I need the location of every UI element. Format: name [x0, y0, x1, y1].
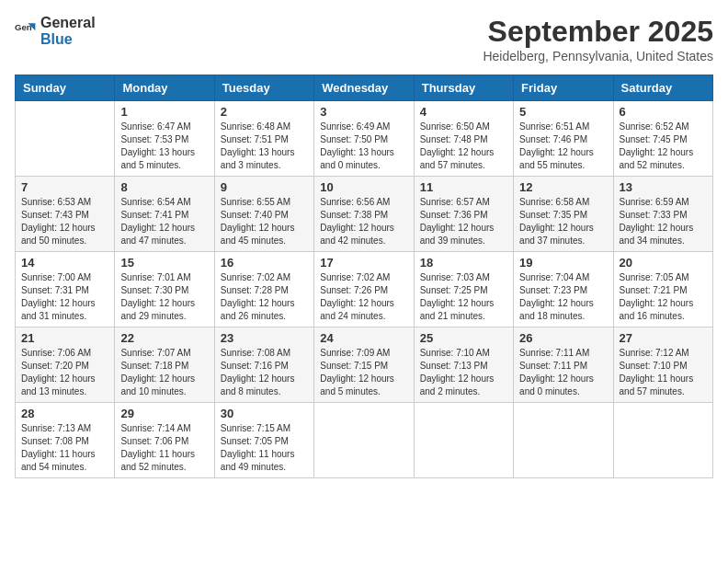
- calendar-cell: 25Sunrise: 7:10 AMSunset: 7:13 PMDayligh…: [414, 327, 513, 403]
- calendar-cell: 28Sunrise: 7:13 AMSunset: 7:08 PMDayligh…: [16, 403, 115, 478]
- day-number: 27: [620, 331, 707, 345]
- calendar-cell: [514, 403, 613, 478]
- calendar-cell: [16, 101, 115, 177]
- week-row-3: 14Sunrise: 7:00 AMSunset: 7:31 PMDayligh…: [16, 252, 713, 327]
- day-number: 16: [221, 256, 308, 270]
- header-row: SundayMondayTuesdayWednesdayThursdayFrid…: [16, 75, 713, 101]
- day-info: Sunrise: 6:59 AMSunset: 7:33 PMDaylight:…: [620, 196, 707, 247]
- calendar-cell: 8Sunrise: 6:54 AMSunset: 7:41 PMDaylight…: [115, 177, 214, 252]
- logo-icon: Gen: [15, 20, 37, 42]
- day-number: 7: [21, 180, 108, 194]
- day-number: 19: [519, 256, 607, 270]
- day-info: Sunrise: 7:13 AMSunset: 7:08 PMDaylight:…: [21, 422, 108, 474]
- day-info: Sunrise: 6:47 AMSunset: 7:53 PMDaylight:…: [120, 121, 208, 172]
- day-info: Sunrise: 7:09 AMSunset: 7:15 PMDaylight:…: [320, 347, 407, 398]
- day-number: 6: [620, 105, 707, 119]
- day-number: 25: [420, 331, 507, 345]
- calendar-cell: 17Sunrise: 7:02 AMSunset: 7:26 PMDayligh…: [314, 252, 414, 327]
- day-info: Sunrise: 7:12 AMSunset: 7:10 PMDaylight:…: [620, 347, 707, 398]
- day-number: 14: [21, 256, 108, 270]
- day-info: Sunrise: 7:01 AMSunset: 7:30 PMDaylight:…: [120, 271, 208, 323]
- header-friday: Friday: [514, 75, 613, 101]
- day-number: 2: [221, 105, 308, 119]
- day-info: Sunrise: 7:05 AMSunset: 7:21 PMDaylight:…: [620, 271, 707, 323]
- week-row-5: 28Sunrise: 7:13 AMSunset: 7:08 PMDayligh…: [16, 403, 713, 478]
- header-sunday: Sunday: [16, 75, 115, 101]
- day-info: Sunrise: 7:03 AMSunset: 7:25 PMDaylight:…: [420, 271, 507, 323]
- month-title: September 2025: [483, 15, 713, 49]
- calendar-cell: 4Sunrise: 6:50 AMSunset: 7:48 PMDaylight…: [414, 101, 513, 177]
- calendar-cell: 14Sunrise: 7:00 AMSunset: 7:31 PMDayligh…: [16, 252, 115, 327]
- day-info: Sunrise: 7:10 AMSunset: 7:13 PMDaylight:…: [420, 347, 507, 398]
- day-number: 3: [320, 105, 407, 119]
- day-info: Sunrise: 7:06 AMSunset: 7:20 PMDaylight:…: [21, 347, 108, 398]
- day-number: 8: [120, 180, 208, 194]
- day-number: 5: [519, 105, 607, 119]
- calendar-cell: 7Sunrise: 6:53 AMSunset: 7:43 PMDaylight…: [16, 177, 115, 252]
- day-number: 9: [221, 180, 308, 194]
- day-number: 30: [221, 407, 308, 420]
- calendar: SundayMondayTuesdayWednesdayThursdayFrid…: [15, 75, 713, 478]
- calendar-cell: 1Sunrise: 6:47 AMSunset: 7:53 PMDaylight…: [115, 101, 214, 177]
- header-monday: Monday: [115, 75, 214, 101]
- day-info: Sunrise: 6:53 AMSunset: 7:43 PMDaylight:…: [21, 196, 108, 247]
- day-info: Sunrise: 7:07 AMSunset: 7:18 PMDaylight:…: [120, 347, 208, 398]
- day-info: Sunrise: 7:02 AMSunset: 7:28 PMDaylight:…: [221, 271, 308, 323]
- day-number: 26: [519, 331, 607, 345]
- day-info: Sunrise: 6:58 AMSunset: 7:35 PMDaylight:…: [519, 196, 607, 247]
- calendar-cell: 19Sunrise: 7:04 AMSunset: 7:23 PMDayligh…: [514, 252, 613, 327]
- calendar-cell: 18Sunrise: 7:03 AMSunset: 7:25 PMDayligh…: [414, 252, 513, 327]
- calendar-cell: 13Sunrise: 6:59 AMSunset: 7:33 PMDayligh…: [613, 177, 712, 252]
- header-saturday: Saturday: [613, 75, 712, 101]
- day-number: 22: [120, 331, 208, 345]
- day-info: Sunrise: 7:14 AMSunset: 7:06 PMDaylight:…: [120, 422, 208, 474]
- day-info: Sunrise: 6:55 AMSunset: 7:40 PMDaylight:…: [221, 196, 308, 247]
- day-info: Sunrise: 6:54 AMSunset: 7:41 PMDaylight:…: [120, 196, 208, 247]
- calendar-cell: 20Sunrise: 7:05 AMSunset: 7:21 PMDayligh…: [613, 252, 712, 327]
- calendar-cell: 6Sunrise: 6:52 AMSunset: 7:45 PMDaylight…: [613, 101, 712, 177]
- day-info: Sunrise: 7:11 AMSunset: 7:11 PMDaylight:…: [519, 347, 607, 398]
- header-thursday: Thursday: [414, 75, 513, 101]
- calendar-cell: 16Sunrise: 7:02 AMSunset: 7:28 PMDayligh…: [214, 252, 313, 327]
- day-info: Sunrise: 6:51 AMSunset: 7:46 PMDaylight:…: [519, 121, 607, 172]
- page-header: Gen General Blue September 2025 Heidelbe…: [15, 15, 713, 63]
- calendar-cell: 24Sunrise: 7:09 AMSunset: 7:15 PMDayligh…: [314, 327, 414, 403]
- day-number: 29: [120, 407, 208, 420]
- calendar-cell: 5Sunrise: 6:51 AMSunset: 7:46 PMDaylight…: [514, 101, 613, 177]
- day-number: 28: [21, 407, 108, 420]
- week-row-2: 7Sunrise: 6:53 AMSunset: 7:43 PMDaylight…: [16, 177, 713, 252]
- calendar-cell: 15Sunrise: 7:01 AMSunset: 7:30 PMDayligh…: [115, 252, 214, 327]
- day-info: Sunrise: 6:50 AMSunset: 7:48 PMDaylight:…: [420, 121, 507, 172]
- calendar-cell: 29Sunrise: 7:14 AMSunset: 7:06 PMDayligh…: [115, 403, 214, 478]
- day-number: 20: [620, 256, 707, 270]
- day-info: Sunrise: 6:56 AMSunset: 7:38 PMDaylight:…: [320, 196, 407, 247]
- logo: Gen General Blue: [15, 15, 96, 47]
- calendar-cell: 26Sunrise: 7:11 AMSunset: 7:11 PMDayligh…: [514, 327, 613, 403]
- calendar-cell: 3Sunrise: 6:49 AMSunset: 7:50 PMDaylight…: [314, 101, 414, 177]
- header-tuesday: Tuesday: [214, 75, 313, 101]
- day-number: 18: [420, 256, 507, 270]
- calendar-cell: 12Sunrise: 6:58 AMSunset: 7:35 PMDayligh…: [514, 177, 613, 252]
- calendar-cell: 9Sunrise: 6:55 AMSunset: 7:40 PMDaylight…: [214, 177, 313, 252]
- day-number: 23: [221, 331, 308, 345]
- day-number: 15: [120, 256, 208, 270]
- day-number: 13: [620, 180, 707, 194]
- title-area: September 2025 Heidelberg, Pennsylvania,…: [483, 15, 713, 63]
- calendar-cell: [613, 403, 712, 478]
- header-wednesday: Wednesday: [314, 75, 414, 101]
- calendar-cell: 10Sunrise: 6:56 AMSunset: 7:38 PMDayligh…: [314, 177, 414, 252]
- day-number: 24: [320, 331, 407, 345]
- calendar-cell: 21Sunrise: 7:06 AMSunset: 7:20 PMDayligh…: [16, 327, 115, 403]
- calendar-cell: [414, 403, 513, 478]
- location-title: Heidelberg, Pennsylvania, United States: [483, 49, 713, 63]
- calendar-cell: 22Sunrise: 7:07 AMSunset: 7:18 PMDayligh…: [115, 327, 214, 403]
- day-number: 11: [420, 180, 507, 194]
- day-number: 12: [519, 180, 607, 194]
- week-row-4: 21Sunrise: 7:06 AMSunset: 7:20 PMDayligh…: [16, 327, 713, 403]
- calendar-cell: 27Sunrise: 7:12 AMSunset: 7:10 PMDayligh…: [613, 327, 712, 403]
- day-number: 1: [120, 105, 208, 119]
- calendar-cell: 11Sunrise: 6:57 AMSunset: 7:36 PMDayligh…: [414, 177, 513, 252]
- logo-general: General: [40, 15, 96, 31]
- day-info: Sunrise: 7:00 AMSunset: 7:31 PMDaylight:…: [21, 271, 108, 323]
- day-info: Sunrise: 6:49 AMSunset: 7:50 PMDaylight:…: [320, 121, 407, 172]
